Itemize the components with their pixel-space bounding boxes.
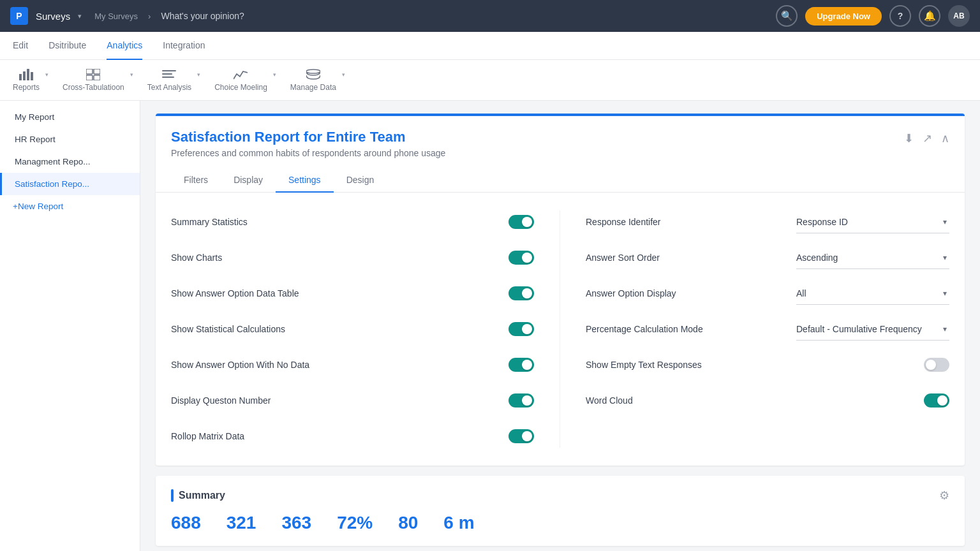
summary-section: Summary ⚙ 688 321 363 72% 80 [156,476,965,546]
show-empty-text-responses-toggle[interactable] [924,358,949,372]
svg-rect-3 [31,72,33,80]
stat-value-4: 80 [398,513,418,533]
stat-item-0: 688 [171,513,201,533]
top-nav: P Surveys ▾ My Surveys › What's your opi… [0,0,980,32]
show-answer-option-data-table-label: Show Answer Option Data Table [171,288,299,298]
setting-show-statistical-calculations: Show Statistical Calculations [171,318,534,341]
answer-sort-order-label: Answer Sort Order [586,253,660,263]
setting-word-cloud: Word Cloud [586,389,949,412]
sidebar-item-satisfaction-report[interactable]: Satisfaction Repo... [0,173,140,195]
answer-option-display-label: Answer Option Display [586,288,676,298]
app-title: Surveys [36,11,70,22]
show-statistical-calculations-label: Show Statistical Calculations [171,324,285,334]
display-question-number-toggle[interactable] [509,393,534,408]
svg-rect-4 [86,69,93,74]
breadcrumb-separator: › [148,11,151,21]
setting-show-answer-option-no-data: Show Answer Option With No Data [171,353,534,376]
summary-gear-button[interactable]: ⚙ [939,489,949,503]
rollop-matrix-data-toggle[interactable] [509,429,534,443]
svg-rect-7 [94,75,100,80]
sidebar-item-hr-report[interactable]: HR Report [0,128,140,151]
toolbar: Reports ▾ Cross-Tabulatioon ▾ Text Analy… [0,60,980,101]
report-tabs: Filters Display Settings Design [156,168,965,193]
svg-rect-9 [162,73,172,75]
answer-option-display-select[interactable]: All Active Only Hidden Only [796,282,949,305]
report-card: Satisfaction Report for Entire Team Pref… [156,114,965,466]
tab-display[interactable]: Display [221,168,276,193]
new-report-button[interactable]: +New Report [0,195,140,217]
sec-nav-edit[interactable]: Edit [13,32,28,60]
breadcrumb-current-page: What's your opinion? [161,11,244,21]
stat-value-0: 688 [171,513,201,533]
help-button[interactable]: ? [889,5,911,27]
manage-data-icon [306,69,320,80]
answer-sort-order-select[interactable]: Ascending Descending Original [796,246,949,269]
setting-rollop-matrix-data: Rollop Matrix Data [171,425,534,448]
toolbar-cross-tab-label: Cross-Tabulatioon [63,83,124,92]
manage-data-arrow: ▾ [342,71,345,78]
tab-filters[interactable]: Filters [171,168,221,193]
answer-option-display-select-wrapper: All Active Only Hidden Only [796,282,949,305]
notification-button[interactable]: 🔔 [919,5,940,27]
show-answer-option-no-data-toggle[interactable] [509,358,534,372]
setting-answer-option-display: Answer Option Display All Active Only Hi… [586,282,949,305]
sec-nav-integration[interactable]: Integration [163,32,205,60]
toolbar-reports[interactable]: Reports ▾ [13,60,51,101]
toolbar-text-analysis-label: Text Analysis [147,83,191,92]
download-button[interactable]: ⬇ [904,131,914,145]
sec-nav-distribute[interactable]: Dsitribute [48,32,86,60]
tab-settings[interactable]: Settings [276,168,334,193]
stat-value-2: 363 [281,513,311,533]
cross-tab-icon [86,69,100,80]
app-dropdown-arrow[interactable]: ▾ [78,12,82,20]
setting-display-question-number: Display Queston Number [171,389,534,412]
setting-show-empty-text-responses: Show Empty Text Responses [586,353,949,376]
show-statistical-calculations-toggle[interactable] [509,322,534,336]
percentage-calculation-mode-select-wrapper: Default - Cumulative Frequency By Respon… [796,318,949,341]
sidebar-item-my-report[interactable]: My Report [0,106,140,128]
report-title: Satisfaction Report for Entire Team [171,129,445,145]
summary-title-bar [171,489,174,502]
text-analysis-arrow: ▾ [197,71,200,78]
summary-title: Summary [171,489,225,502]
sidebar-item-management-report[interactable]: Managment Repo... [0,151,140,173]
upgrade-button[interactable]: Upgrade Now [805,7,882,26]
secondary-nav: Edit Dsitribute Analytics Integration [0,32,980,60]
response-identifier-select-wrapper: Response ID Email Name [796,210,949,233]
settings-content: Summary Statistics Show Charts [156,193,965,466]
sec-nav-analytics[interactable]: Analytics [107,32,142,60]
summary-statistics-label: Summary Statistics [171,217,248,227]
stat-item-1: 321 [226,513,256,533]
stat-item-2: 363 [281,513,311,533]
cross-tab-arrow: ▾ [130,71,133,78]
share-button[interactable]: ↗ [923,131,932,145]
search-button[interactable]: 🔍 [776,5,798,27]
show-charts-label: Show Charts [171,253,222,263]
collapse-button[interactable]: ∧ [941,131,949,145]
answer-sort-order-select-wrapper: Ascending Descending Original [796,246,949,269]
stat-value-3: 72% [337,513,373,533]
show-answer-option-data-table-toggle[interactable] [509,286,534,300]
svg-rect-10 [162,77,174,78]
percentage-calculation-mode-select[interactable]: Default - Cumulative Frequency By Respon… [796,318,949,341]
show-empty-text-responses-label: Show Empty Text Responses [586,360,702,370]
stat-item-4: 80 [398,513,418,533]
word-cloud-toggle[interactable] [924,393,949,408]
svg-rect-0 [19,74,22,80]
toolbar-text-analysis[interactable]: Text Analysis ▾ [136,60,203,101]
reports-icon [19,69,33,80]
toolbar-cross-tab[interactable]: Cross-Tabulatioon ▾ [51,60,136,101]
summary-header: Summary ⚙ [171,489,949,503]
toolbar-reports-label: Reports [13,83,40,92]
toolbar-choice-modeling[interactable]: Choice Moeling ▾ [203,60,279,101]
breadcrumb-my-surveys-link[interactable]: My Surveys [94,11,138,21]
svg-rect-2 [27,69,29,80]
reports-arrow: ▾ [45,71,48,78]
setting-show-charts: Show Charts [171,246,534,269]
summary-statistics-toggle[interactable] [509,215,534,229]
tab-design[interactable]: Design [334,168,387,193]
show-charts-toggle[interactable] [509,251,534,265]
avatar-button[interactable]: AB [948,5,970,27]
response-identifier-select[interactable]: Response ID Email Name [796,210,949,233]
toolbar-manage-data[interactable]: Manage Data ▾ [279,60,348,101]
